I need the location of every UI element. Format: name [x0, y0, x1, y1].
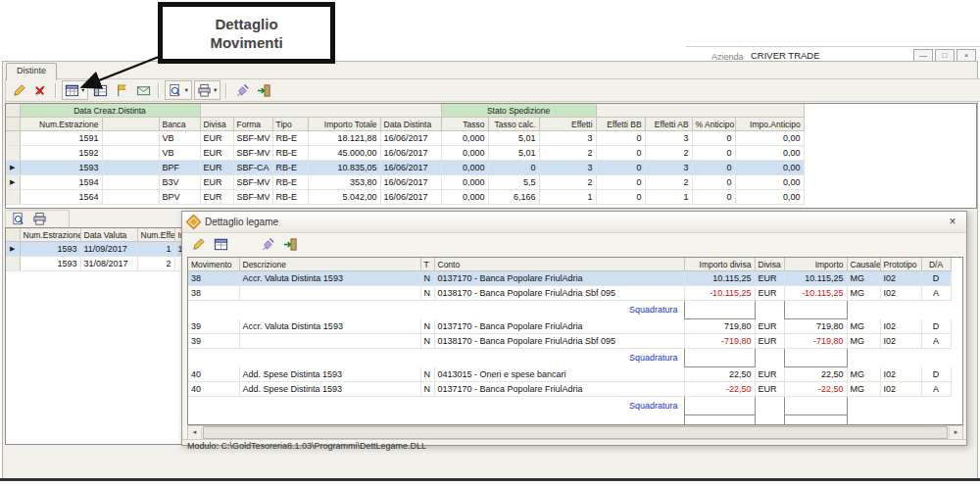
cell[interactable]: Squadratura: [434, 349, 684, 367]
cell[interactable]: [188, 397, 239, 415]
cell[interactable]: Add. Spese Distinta 1593: [239, 367, 420, 382]
cell[interactable]: 1: [137, 242, 174, 257]
cell[interactable]: [784, 301, 847, 319]
cell[interactable]: RB-E: [272, 161, 308, 175]
cell[interactable]: [755, 301, 784, 319]
cell[interactable]: [684, 301, 755, 319]
col-effetti-ab[interactable]: Effetti AB: [645, 118, 692, 131]
cell[interactable]: [239, 415, 420, 426]
squadratura-row[interactable]: [188, 415, 962, 426]
cell[interactable]: [188, 415, 239, 426]
cell[interactable]: EUR: [200, 175, 233, 190]
col-tasso-calc[interactable]: Tasso calc.: [488, 118, 539, 131]
cell[interactable]: 0,00: [735, 175, 804, 190]
cell[interactable]: 1593: [20, 161, 102, 175]
cell[interactable]: 0: [488, 161, 539, 175]
table-row[interactable]: 39N0138170 - Banca Popolare FriulAdria S…: [188, 334, 962, 349]
cell[interactable]: 16/06/2017: [380, 161, 441, 175]
cell[interactable]: EUR: [755, 286, 784, 301]
cell[interactable]: [239, 397, 420, 415]
cell[interactable]: SBF-MV: [233, 190, 272, 205]
cell[interactable]: I02: [880, 271, 921, 286]
col-data-distinta[interactable]: Data Distinta: [380, 118, 441, 131]
cell[interactable]: [239, 301, 420, 319]
col-divisa[interactable]: Divisa: [200, 118, 233, 131]
row-marker-cell[interactable]: ▶: [6, 175, 20, 190]
cancel-edit-button[interactable]: [30, 81, 50, 99]
col-movimento[interactable]: Movimento: [188, 258, 239, 271]
cell[interactable]: [784, 415, 847, 426]
print-button[interactable]: ▼: [194, 80, 220, 100]
cell[interactable]: EUR: [200, 146, 233, 161]
cell[interactable]: -22,50: [784, 382, 847, 397]
cell[interactable]: [684, 349, 755, 367]
cell[interactable]: I02: [880, 286, 921, 301]
cell[interactable]: -719,80: [684, 334, 755, 349]
cell[interactable]: 5,5: [488, 175, 539, 190]
cell[interactable]: 5.042,00: [308, 190, 380, 205]
cell[interactable]: [921, 415, 951, 426]
cell[interactable]: 0: [692, 161, 735, 175]
squadratura-row[interactable]: Squadratura: [188, 349, 962, 367]
cell[interactable]: BPV: [159, 190, 200, 205]
mail-button[interactable]: [133, 81, 153, 99]
cell[interactable]: 38: [188, 286, 239, 301]
squadratura-row[interactable]: Squadratura: [188, 301, 962, 319]
cell[interactable]: 1591: [20, 131, 102, 146]
cell[interactable]: 5,01: [488, 131, 539, 146]
cell[interactable]: 31/08/2017: [80, 257, 137, 271]
lower-print-preview-button[interactable]: [8, 211, 27, 228]
cell[interactable]: -22,50: [684, 382, 755, 397]
col-importo-divisa[interactable]: Importo divisa: [684, 258, 755, 271]
cell[interactable]: 10.115,25: [684, 271, 755, 286]
cell[interactable]: N: [420, 271, 434, 286]
cell[interactable]: MG: [847, 319, 880, 334]
col-num-estrazione[interactable]: Num.Estrazione: [20, 228, 80, 242]
cell[interactable]: EUR: [755, 319, 784, 334]
cell[interactable]: -10.115,25: [784, 286, 847, 301]
cell[interactable]: 719,80: [684, 319, 755, 334]
col-banca[interactable]: Banca: [159, 118, 200, 131]
cell[interactable]: [847, 301, 880, 319]
cell[interactable]: 39: [188, 319, 239, 334]
cell[interactable]: 0: [692, 146, 735, 161]
dialog-titlebar[interactable]: Dettaglio legame ×: [182, 212, 966, 233]
cell[interactable]: 0138170 - Banca Popolare FriulAdria Sbf …: [434, 334, 684, 349]
col-tipo[interactable]: Tipo: [272, 118, 308, 131]
cell[interactable]: [847, 397, 880, 415]
cell[interactable]: [239, 349, 420, 367]
cell[interactable]: Squadratura: [434, 397, 684, 415]
cell[interactable]: BPF: [159, 161, 200, 175]
horizontal-scrollbar[interactable]: ◄ ►: [187, 425, 963, 440]
dialog-detail-button[interactable]: [211, 235, 230, 253]
cell[interactable]: 2: [539, 175, 596, 190]
cell[interactable]: Squadratura: [434, 301, 684, 319]
col-conto[interactable]: Conto: [434, 258, 684, 271]
cell[interactable]: SBF-CA: [233, 161, 272, 175]
cell[interactable]: RB-E: [272, 190, 308, 205]
cell[interactable]: 5,01: [488, 146, 539, 161]
cell[interactable]: 0,000: [441, 131, 488, 146]
table-row[interactable]: 38N0138170 - Banca Popolare FriulAdria S…: [188, 286, 962, 301]
cell[interactable]: A: [921, 382, 951, 397]
cell[interactable]: Add. Spese Distinta 1593: [239, 382, 420, 397]
col-effetti-bb[interactable]: Effetti BB: [596, 118, 645, 131]
col-importo-totale[interactable]: Importo Totale: [308, 118, 380, 131]
cell[interactable]: 0413015 - Oneri e spese bancari: [434, 367, 684, 382]
cell[interactable]: 16/06/2017: [380, 190, 441, 205]
cell[interactable]: 22,50: [684, 367, 755, 382]
cell[interactable]: 0,00: [735, 146, 804, 161]
cell[interactable]: 3: [645, 161, 692, 175]
cell[interactable]: 0: [596, 131, 645, 146]
cell[interactable]: [784, 349, 847, 367]
cell[interactable]: 3: [539, 131, 596, 146]
cell[interactable]: [847, 349, 880, 367]
col-num-effetti[interactable]: Num.Effetti: [137, 228, 174, 242]
scroll-right-button[interactable]: ►: [949, 427, 962, 438]
cell[interactable]: [880, 301, 921, 319]
cell[interactable]: [239, 286, 420, 301]
cell[interactable]: [921, 397, 951, 415]
dialog-close-button[interactable]: ×: [945, 215, 960, 229]
cell[interactable]: [784, 397, 847, 415]
cell[interactable]: [921, 349, 951, 367]
